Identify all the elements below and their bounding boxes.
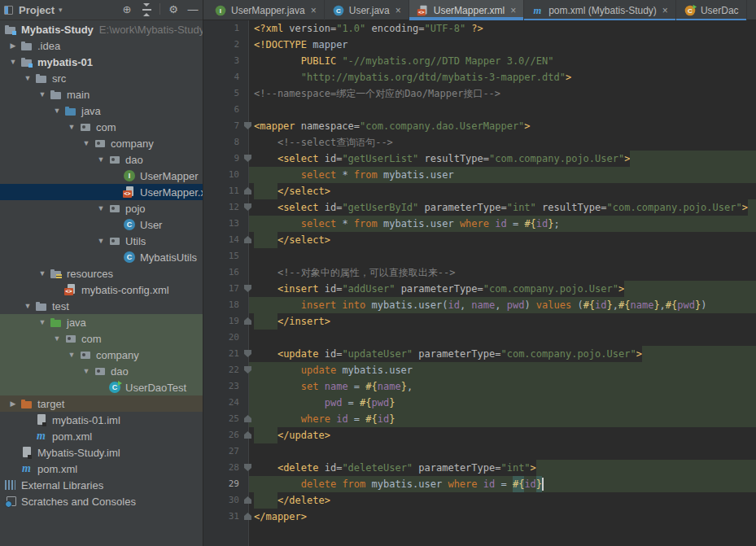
code-text[interactable]: select * from mybatis.user where id = #{… bbox=[249, 216, 756, 232]
code-text[interactable]: "http://mybatis.org/dtd/mybatis-3-mapper… bbox=[249, 69, 756, 85]
code-text[interactable]: <mapper namespace="com.company.dao.UserM… bbox=[249, 118, 756, 134]
chevron-down-icon[interactable]: ▼ bbox=[94, 155, 108, 164]
code-line[interactable]: 21 <update id="updateUser" parameterType… bbox=[203, 346, 756, 362]
chevron-down-icon[interactable]: ▼ bbox=[20, 74, 35, 82]
code-text[interactable] bbox=[249, 443, 756, 460]
close-icon[interactable]: × bbox=[311, 5, 317, 16]
code-text[interactable]: update mybatis.user bbox=[249, 362, 756, 378]
code-line[interactable]: 11 </select> bbox=[203, 183, 756, 199]
locate-icon[interactable]: ⊕ bbox=[120, 3, 134, 16]
code-text[interactable]: </mapper> bbox=[249, 509, 756, 525]
chevron-down-icon[interactable]: ▼ bbox=[94, 204, 108, 212]
chevron-down-icon[interactable]: ▼ bbox=[35, 269, 50, 277]
code-line[interactable]: 4 "http://mybatis.org/dtd/mybatis-3-mapp… bbox=[203, 69, 756, 85]
tree-item-Mybatis-Study.iml[interactable]: Mybatis-Study.iml bbox=[0, 444, 203, 461]
code-text[interactable]: </select> bbox=[249, 183, 756, 199]
tree-item-UserMapper.x[interactable]: UserMapper.x bbox=[0, 184, 203, 200]
code-text[interactable]: <?xml version="1.0" encoding="UTF-8" ?> bbox=[249, 20, 756, 37]
code-text[interactable]: <insert id="addUser" parameterType="com.… bbox=[249, 281, 756, 297]
tree-item-pom.xml[interactable]: pom.xml bbox=[0, 428, 203, 444]
code-text[interactable]: <!--namespace=绑定一个对应的Dao/Mapper接口--> bbox=[249, 85, 756, 102]
code-line[interactable]: 28 <delete id="deleteUser" parameterType… bbox=[203, 460, 756, 476]
code-line[interactable]: 19 </insert> bbox=[203, 313, 756, 330]
code-line[interactable]: 7<mapper namespace="com.company.dao.User… bbox=[203, 118, 756, 134]
code-text[interactable]: set name = #{name}, bbox=[249, 378, 756, 395]
tree-item-External Libraries[interactable]: External Libraries bbox=[0, 477, 203, 493]
code-line[interactable]: 22 update mybatis.user bbox=[203, 362, 756, 378]
tree-item-company[interactable]: ▼company bbox=[0, 347, 203, 363]
code-line[interactable]: 30 </delete> bbox=[203, 492, 756, 509]
tree-item-MybatisUtils[interactable]: MybatisUtils bbox=[0, 249, 203, 265]
code-line[interactable]: 15 bbox=[203, 248, 756, 264]
code-line[interactable]: 2<!DOCTYPE mapper bbox=[203, 37, 756, 53]
tree-item-mybatis-config.xml[interactable]: mybatis-config.xml bbox=[0, 282, 203, 298]
code-line[interactable]: 25 where id = #{id} bbox=[203, 411, 756, 427]
code-line[interactable]: 17 <insert id="addUser" parameterType="c… bbox=[203, 281, 756, 297]
chevron-down-icon[interactable]: ▼ bbox=[50, 107, 64, 115]
code-text[interactable]: <!DOCTYPE mapper bbox=[249, 37, 756, 53]
close-icon[interactable]: × bbox=[395, 5, 401, 16]
chevron-right-icon[interactable]: ▶ bbox=[6, 41, 20, 50]
tree-item-mybatis-01.iml[interactable]: mybatis-01.iml bbox=[0, 412, 203, 428]
code-line[interactable]: 12 <select id="getUserById" parameterTyp… bbox=[203, 199, 756, 216]
tree-item-pojo[interactable]: ▼pojo bbox=[0, 200, 203, 216]
chevron-down-icon[interactable]: ▼ bbox=[64, 123, 79, 131]
code-line[interactable]: 10 select * from mybatis.user bbox=[203, 167, 756, 183]
chevron-right-icon[interactable]: ▶ bbox=[6, 400, 20, 408]
code-text[interactable]: </delete> bbox=[249, 492, 756, 509]
code-line[interactable]: 24 pwd = #{pwd} bbox=[203, 395, 756, 411]
code-line[interactable]: 18 insert into mybatis.user(id, name, pw… bbox=[203, 297, 756, 313]
chevron-down-icon[interactable]: ▼ bbox=[35, 318, 50, 326]
code-text[interactable] bbox=[249, 248, 756, 264]
tree-item-main[interactable]: ▼main bbox=[0, 86, 203, 103]
tree-item-User[interactable]: User bbox=[0, 216, 203, 233]
code-line[interactable]: 9 <select id="getUserList" resultType="c… bbox=[203, 151, 756, 167]
chevron-down-icon[interactable]: ▼ bbox=[35, 90, 50, 98]
close-icon[interactable]: × bbox=[662, 5, 668, 16]
tab-UserDac[interactable]: UserDac bbox=[676, 0, 747, 20]
tree-item-com[interactable]: ▼com bbox=[0, 330, 203, 347]
tree-item-target[interactable]: ▶target bbox=[0, 395, 203, 412]
code-text[interactable]: <update id="updateUser" parameterType="c… bbox=[249, 346, 756, 362]
chevron-down-icon[interactable]: ▼ bbox=[50, 334, 64, 343]
tree-item-resources[interactable]: ▼resources bbox=[0, 265, 203, 282]
tree-item-dao[interactable]: ▼dao bbox=[0, 151, 203, 168]
code-text[interactable]: <!--对象中的属性，可以直接取出来--> bbox=[249, 264, 756, 281]
code-line[interactable]: 1<?xml version="1.0" encoding="UTF-8" ?> bbox=[203, 20, 756, 37]
tree-item-Mybatis-Study[interactable]: Mybatis-StudyE:\work\Mybatis-Study bbox=[0, 21, 203, 37]
tree-item-pom.xml[interactable]: pom.xml bbox=[0, 461, 203, 477]
code-line[interactable]: 26 </update> bbox=[203, 427, 756, 443]
code-line[interactable]: 16 <!--对象中的属性，可以直接取出来--> bbox=[203, 264, 756, 281]
code-text[interactable]: </insert> bbox=[249, 313, 756, 330]
code-text[interactable]: where id = #{id} bbox=[249, 411, 756, 427]
code-line[interactable]: 23 set name = #{name}, bbox=[203, 378, 756, 395]
code-text[interactable] bbox=[249, 330, 756, 346]
code-text[interactable]: <select id="getUserById" parameterType="… bbox=[249, 199, 756, 216]
tree-item-com[interactable]: ▼com bbox=[0, 119, 203, 135]
code-text[interactable]: </update> bbox=[249, 427, 756, 443]
tab-UserMapper.java[interactable]: UserMapper.java× bbox=[207, 0, 325, 20]
collapse-all-icon[interactable] bbox=[139, 3, 154, 16]
code-line[interactable]: 3 PUBLIC "-//mybatis.org//DTD Mapper 3.0… bbox=[203, 53, 756, 69]
code-line[interactable]: 8 <!--select查询语句--> bbox=[203, 134, 756, 151]
tree-item-Utils[interactable]: ▼Utils bbox=[0, 233, 203, 249]
code-text[interactable]: select * from mybatis.user bbox=[249, 167, 756, 183]
chevron-down-icon[interactable]: ▼ bbox=[20, 302, 35, 310]
code-text[interactable]: insert into mybatis.user(id, name, pwd) … bbox=[249, 297, 756, 313]
code-line[interactable]: 14 </select> bbox=[203, 232, 756, 248]
chevron-down-icon[interactable]: ▼ bbox=[79, 139, 94, 147]
close-icon[interactable]: × bbox=[510, 5, 516, 16]
code-text[interactable]: delete from mybatis.user where id = #{id… bbox=[249, 476, 756, 492]
tree-item-java[interactable]: ▼java bbox=[0, 314, 203, 330]
tree-item-test[interactable]: ▼test bbox=[0, 298, 203, 314]
tree-item-Scratches and Consoles[interactable]: Scratches and Consoles bbox=[0, 493, 203, 509]
tree-item-.idea[interactable]: ▶.idea bbox=[0, 37, 203, 54]
code-line[interactable]: 27 bbox=[203, 443, 756, 460]
tab-UserMapper.xml[interactable]: UserMapper.xml× bbox=[409, 0, 524, 20]
hide-panel-icon[interactable]: — bbox=[186, 3, 200, 16]
chevron-down-icon[interactable]: ▼ bbox=[94, 237, 108, 245]
tree-item-dao[interactable]: ▼dao bbox=[0, 363, 203, 379]
tree-item-mybatis-01[interactable]: ▼mybatis-01 bbox=[0, 54, 203, 70]
chevron-down-icon[interactable]: ▾ bbox=[59, 6, 63, 14]
code-text[interactable]: PUBLIC "-//mybatis.org//DTD Mapper 3.0//… bbox=[249, 53, 756, 69]
